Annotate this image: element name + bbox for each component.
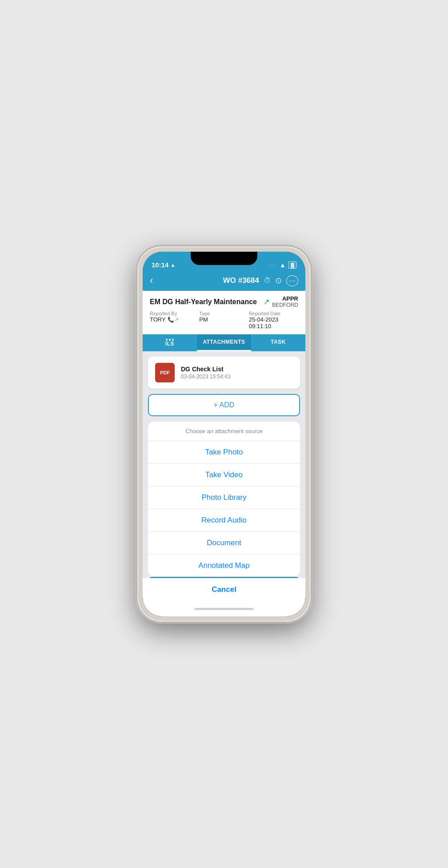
home-bar xyxy=(194,608,254,610)
timer-icon[interactable]: ⏱ xyxy=(264,277,271,285)
phone-frame: 10:14 ▲ ···· ▲ ▓ ‹ WO #3684 ⏱ ⊙ ··· xyxy=(137,246,311,622)
action-sheet: Choose an attachment source Take Photo T… xyxy=(148,422,300,577)
wo-meta-row: Reported By TORY 📞↗ Type PM Reported Dat… xyxy=(150,311,298,330)
reported-date-label: Reported Date xyxy=(249,311,298,316)
attachment-item[interactable]: PDF DG Check List 03-04-2023 15:54:43 xyxy=(148,357,300,389)
wo-info-bar: EM DG Half-Yearly Maintenance ↗ APPR BED… xyxy=(143,291,305,334)
wo-title: EM DG Half-Yearly Maintenance xyxy=(150,298,264,306)
wo-status: APPR BEDFORD xyxy=(272,295,298,308)
pdf-badge: PDF xyxy=(155,363,175,382)
status-icons: ···· ▲ ▓ xyxy=(268,261,296,269)
annotated-map-option[interactable]: Annotated Map xyxy=(148,555,300,577)
tab-task-label: TASK xyxy=(271,339,286,345)
wo-header-title: WO #3684 xyxy=(223,276,259,285)
phone-inner: 10:14 ▲ ···· ▲ ▓ ‹ WO #3684 ⏱ ⊙ ··· xyxy=(143,252,305,616)
attachment-date: 03-04-2023 15:54:43 xyxy=(181,374,230,380)
take-photo-option[interactable]: Take Photo xyxy=(148,441,300,464)
type-label: Type xyxy=(199,311,248,316)
status-time: 10:14 ▲ xyxy=(152,261,175,269)
reported-date-section: Reported Date 25-04-2023 09:11:10 xyxy=(249,311,298,330)
reported-by-section: Reported By TORY 📞↗ xyxy=(150,311,199,330)
signal-dots-icon: ···· xyxy=(268,263,277,268)
header-title-section: WO #3684 ⏱ ⊙ ··· xyxy=(223,275,298,286)
notch xyxy=(191,252,257,265)
location-pin-icon[interactable]: ⊙ xyxy=(275,276,282,285)
cancel-button[interactable]: Cancel xyxy=(143,578,305,601)
tab-task[interactable]: TASK xyxy=(251,334,305,351)
status-label: APPR xyxy=(272,295,298,302)
reported-date-value: 25-04-2023 09:11:10 xyxy=(249,316,298,330)
attachment-name: DG Check List xyxy=(181,366,230,373)
add-attachment-button[interactable]: + ADD xyxy=(148,394,300,416)
header: ‹ WO #3684 ⏱ ⊙ ··· xyxy=(143,271,305,291)
record-audio-option[interactable]: Record Audio xyxy=(148,509,300,532)
time-display: 10:14 xyxy=(152,261,168,269)
status-arrow-icon: ↗ xyxy=(264,297,269,306)
reported-by-value: TORY 📞↗ xyxy=(150,316,199,323)
reported-by-label: Reported By xyxy=(150,311,199,316)
more-options-icon[interactable]: ··· xyxy=(286,275,298,286)
tab-attachments[interactable]: ATTACHMENTS xyxy=(197,334,251,351)
battery-icon: ▓ xyxy=(288,261,296,269)
photo-library-option[interactable]: Photo Library xyxy=(148,486,300,509)
phone-call-icon[interactable]: 📞↗ xyxy=(168,317,179,323)
type-value: PM xyxy=(199,316,248,323)
main-content: PDF DG Check List 03-04-2023 15:54:43 + … xyxy=(143,351,305,578)
location-arrow-icon: ▲ xyxy=(170,262,175,268)
screen: 10:14 ▲ ···· ▲ ▓ ‹ WO #3684 ⏱ ⊙ ··· xyxy=(143,252,305,616)
type-section: Type PM xyxy=(199,311,248,330)
tab-details[interactable]: ILS xyxy=(143,334,197,351)
tabs: ILS ATTACHMENTS TASK xyxy=(143,334,305,351)
attachment-info: DG Check List 03-04-2023 15:54:43 xyxy=(181,366,230,380)
action-sheet-title: Choose an attachment source xyxy=(148,422,300,441)
tab-attachments-label: ATTACHMENTS xyxy=(203,339,245,345)
wifi-icon: ▲ xyxy=(280,261,286,269)
take-video-option[interactable]: Take Video xyxy=(148,464,300,486)
status-location: BEDFORD xyxy=(272,302,298,308)
wo-status-section: ↗ APPR BEDFORD xyxy=(264,295,298,308)
document-option[interactable]: Document xyxy=(148,532,300,555)
wo-title-row: EM DG Half-Yearly Maintenance ↗ APPR BED… xyxy=(150,295,298,308)
home-indicator xyxy=(143,601,305,616)
tab-details-label: ILS xyxy=(165,341,174,347)
back-button[interactable]: ‹ xyxy=(150,275,163,286)
